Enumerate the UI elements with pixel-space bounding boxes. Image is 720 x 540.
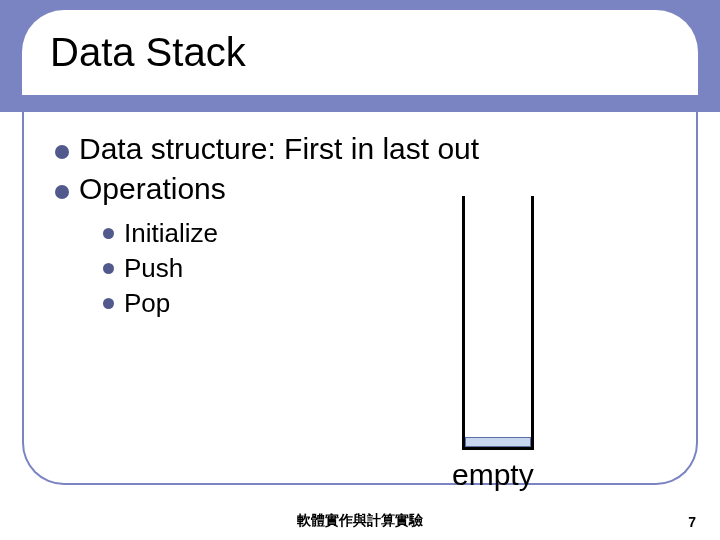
bullet-icon bbox=[55, 185, 69, 199]
stack-diagram bbox=[462, 196, 534, 450]
sub-bullet-text: Push bbox=[124, 253, 183, 284]
content-area: Data structure: First in last out Operat… bbox=[55, 132, 635, 323]
slide: Data Stack Data structure: First in last… bbox=[0, 0, 720, 540]
page-number: 7 bbox=[688, 514, 696, 530]
footer: 軟體實作與計算實驗 bbox=[0, 512, 720, 530]
sub-bullet-item: Initialize bbox=[103, 218, 635, 249]
slide-title: Data Stack bbox=[50, 30, 246, 75]
bullet-icon bbox=[55, 145, 69, 159]
bullet-text: Data structure: First in last out bbox=[79, 132, 479, 166]
stack-base-item bbox=[465, 437, 531, 447]
sub-list: Initialize Push Pop bbox=[103, 218, 635, 319]
stack-wall-right bbox=[531, 196, 534, 450]
bullet-icon bbox=[103, 263, 114, 274]
stack-state-label: empty bbox=[452, 458, 534, 492]
bullet-item: Operations bbox=[55, 172, 635, 206]
footer-text: 軟體實作與計算實驗 bbox=[297, 512, 423, 530]
bullet-item: Data structure: First in last out bbox=[55, 132, 635, 166]
sub-bullet-text: Pop bbox=[124, 288, 170, 319]
bullet-text: Operations bbox=[79, 172, 226, 206]
sub-bullet-item: Pop bbox=[103, 288, 635, 319]
title-container: Data Stack bbox=[22, 10, 698, 95]
stack-wall-bottom bbox=[462, 447, 534, 450]
sub-bullet-item: Push bbox=[103, 253, 635, 284]
stack-wall-left bbox=[462, 196, 465, 450]
bullet-icon bbox=[103, 228, 114, 239]
sub-bullet-text: Initialize bbox=[124, 218, 218, 249]
bullet-icon bbox=[103, 298, 114, 309]
